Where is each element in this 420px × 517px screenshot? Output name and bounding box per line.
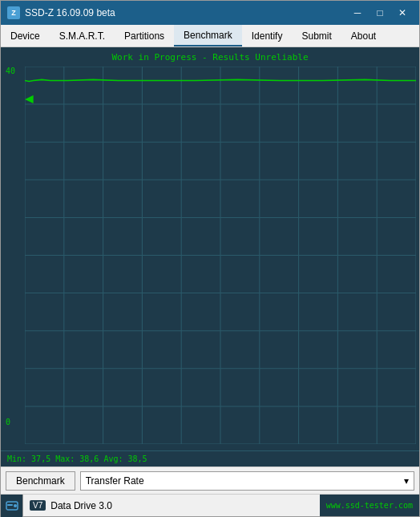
app-icon: Z (7, 6, 20, 19)
minimize-button[interactable]: ─ (347, 5, 368, 21)
chevron-down-icon: ▾ (404, 475, 409, 487)
window-controls: ─ □ ✕ (347, 5, 413, 21)
menu-bar: Device S.M.A.R.T. Partitions Benchmark I… (1, 25, 419, 47)
chart-area: Work in Progress - Results Unreliable 40… (1, 47, 419, 467)
benchmark-button[interactable]: Benchmark (6, 471, 75, 491)
app-title: SSD-Z 16.09.09 beta (25, 7, 347, 18)
svg-rect-25 (7, 504, 13, 506)
drive-label-area: V7 Data Drive 3.0 (23, 500, 320, 511)
close-button[interactable]: ✕ (392, 5, 413, 21)
chart-container: Work in Progress - Results Unreliable 40… (1, 47, 419, 450)
chart-svg-area (25, 67, 416, 444)
chart-title: Work in Progress - Results Unreliable (1, 52, 419, 63)
menu-identify[interactable]: Identify (242, 25, 293, 46)
title-bar: Z SSD-Z 16.09.09 beta ─ □ ✕ (1, 1, 419, 25)
website-label: www.ssd-tester.com (320, 495, 419, 516)
y-axis-min: 0 (6, 418, 10, 426)
menu-submit[interactable]: Submit (292, 25, 341, 46)
chart-status: Min: 37,5 Max: 38,6 Avg: 38,5 (1, 450, 419, 467)
bottom-toolbar: Benchmark Transfer Rate ▾ (1, 467, 419, 494)
drive-badge: V7 (30, 500, 46, 511)
drive-icon (1, 495, 23, 517)
menu-about[interactable]: About (341, 25, 386, 46)
maximize-button[interactable]: □ (370, 5, 390, 21)
status-bar: V7 Data Drive 3.0 www.ssd-tester.com (1, 494, 419, 516)
menu-benchmark[interactable]: Benchmark (174, 25, 242, 46)
svg-marker-22 (25, 95, 34, 103)
menu-smart[interactable]: S.M.A.R.T. (50, 25, 115, 46)
menu-device[interactable]: Device (1, 25, 50, 46)
drive-name: Data Drive 3.0 (50, 500, 112, 511)
transfer-rate-dropdown[interactable]: Transfer Rate ▾ (80, 471, 414, 491)
menu-partitions[interactable]: Partitions (115, 25, 174, 46)
svg-point-24 (14, 504, 17, 507)
y-axis-max: 40 (6, 67, 15, 75)
main-window: Z SSD-Z 16.09.09 beta ─ □ ✕ Device S.M.A… (0, 0, 420, 517)
